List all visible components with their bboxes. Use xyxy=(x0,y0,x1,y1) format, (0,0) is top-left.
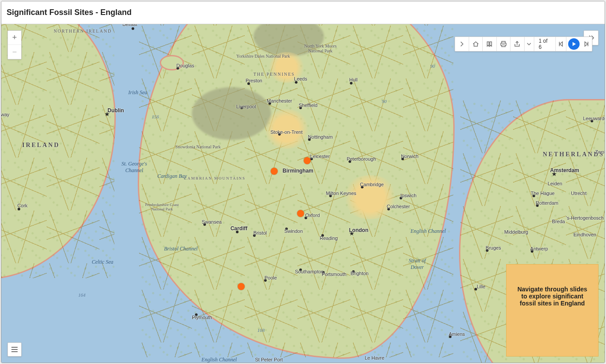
lbl-dublin: Dublin xyxy=(107,107,124,114)
lbl-nottingham: Nottingham xyxy=(308,134,333,140)
label-dover: Strait of Dover xyxy=(406,257,428,271)
fossil-marker-oxford[interactable] xyxy=(297,210,304,217)
lbl-amiens: Amiens xyxy=(449,331,465,337)
lbl-birmingham: Birmingham xyxy=(283,168,313,174)
fossil-marker-leicester[interactable] xyxy=(304,157,311,164)
lbl-stoke: Stoke-on-Trent xyxy=(271,129,303,135)
lbl-plymouth: Plymouth xyxy=(192,315,212,320)
header-bar: Significant Fossil Sites - England xyxy=(1,1,605,24)
lbl-reading: Reading xyxy=(320,235,338,241)
land-britain xyxy=(138,24,455,359)
first-slide-button[interactable] xyxy=(556,37,566,51)
label-yorkshire: Yorkshire Dales National Park xyxy=(236,54,290,59)
play-button-wrap xyxy=(566,37,581,51)
lbl-cardiff: Cardiff xyxy=(231,225,248,232)
depth-90b: 90 xyxy=(382,99,387,104)
last-slide-button[interactable] xyxy=(581,37,592,51)
label-pembroke: Pembrokeshire Coast National Park xyxy=(144,202,180,211)
lbl-eindhoven: Eindhoven xyxy=(573,232,596,237)
toolbar-container: 1 of 6 xyxy=(584,30,599,45)
skip-back-icon xyxy=(557,40,564,48)
lbl-bruges: Bruges xyxy=(486,245,501,250)
legend-button[interactable] xyxy=(7,342,22,357)
lbl-breda: Breda xyxy=(552,219,565,224)
lbl-leicester: Leicester xyxy=(310,154,330,159)
slide-toolbar: 1 of 6 xyxy=(455,37,592,51)
label-st-george: St. George's Channel xyxy=(119,161,150,174)
label-english-channel2: English Channel xyxy=(411,228,446,235)
chevron-down-icon xyxy=(525,40,533,48)
more-button[interactable] xyxy=(525,37,534,51)
lbl-hague: The Hague xyxy=(531,191,555,196)
toolbar-expand-button[interactable] xyxy=(455,37,469,51)
print-icon xyxy=(500,40,507,48)
lbl-milton: Milton Keynes xyxy=(326,191,356,196)
lbl-bristol: Bristol xyxy=(253,230,267,235)
label-bristol-ch: Bristol Channel xyxy=(164,246,198,252)
lbl-belfast: Belfast xyxy=(122,24,137,27)
lbl-liverpool: Liverpool xyxy=(236,104,256,109)
home-icon xyxy=(472,40,479,48)
print-button[interactable] xyxy=(497,37,511,51)
app-frame: Significant Fossil Sites - England IRELA… xyxy=(1,1,605,363)
lbl-leeuwarden: Leeuwarden xyxy=(583,116,605,121)
bookmarks-button[interactable] xyxy=(483,37,497,51)
label-snowdonia: Snowdonia National Park xyxy=(176,144,221,149)
map-viewport[interactable]: IRELAND NORTHERN IRELAND NETHERLANDS THE… xyxy=(1,24,605,363)
info-note-text: Navigate through slides to explore signi… xyxy=(514,286,590,307)
label-ireland: IRELAND xyxy=(22,142,60,149)
lbl-southampton: Southampton xyxy=(295,269,323,274)
label-n-ireland: NORTHERN IRELAND xyxy=(54,29,112,33)
lbl-swindon: Swindon xyxy=(284,228,303,234)
dot-belfast xyxy=(132,27,134,30)
zoom-out-button[interactable]: − xyxy=(8,45,21,59)
label-celtic-sea: Celtic Sea xyxy=(92,259,114,265)
page-title: Significant Fossil Sites - England xyxy=(7,8,132,17)
lbl-oxford: Oxford xyxy=(305,213,320,218)
share-icon xyxy=(514,40,521,48)
lbl-douglas: Douglas xyxy=(176,63,194,68)
lbl-lehavre: Le Havre xyxy=(365,355,385,360)
depth-90a: 90 xyxy=(430,63,435,69)
fossil-marker-jurassic-coast[interactable] xyxy=(238,283,245,290)
lbl-hull: Hull xyxy=(349,77,358,82)
lbl-lille: Lille xyxy=(477,284,485,289)
hamburger-icon xyxy=(11,347,18,352)
play-button[interactable] xyxy=(568,38,580,50)
info-note: Navigate through slides to explore signi… xyxy=(506,264,599,357)
lbl-middelburg: Middelburg xyxy=(504,229,528,235)
lbl-peterborough: Peterborough xyxy=(347,156,376,162)
lbl-london: London xyxy=(349,227,368,233)
share-button[interactable] xyxy=(511,37,525,51)
lbl-rotterdam: Rotterdam xyxy=(536,200,558,206)
lbl-sheffield: Sheffield xyxy=(299,103,318,108)
chevron-right-icon xyxy=(458,40,465,48)
lbl-stpeter: St Peter Port xyxy=(255,357,283,362)
lbl-leiden: Leiden xyxy=(547,181,562,186)
depth-164: 164 xyxy=(78,292,86,298)
lbl-preston: Preston xyxy=(246,78,262,83)
lbl-swansea: Swansea xyxy=(202,219,221,224)
lbl-norwich: Norwich xyxy=(401,154,419,159)
lbl-ipswich: Ipswich xyxy=(400,193,417,198)
lbl-amsterdam: Amsterdam xyxy=(550,167,579,173)
label-irish-sea: Irish Sea xyxy=(129,89,147,96)
lbl-brighton: Brighton xyxy=(351,271,369,276)
fossil-marker-birmingham[interactable] xyxy=(271,168,278,175)
zoom-control: + − xyxy=(7,30,22,59)
play-icon xyxy=(571,41,577,47)
home-button[interactable] xyxy=(469,37,483,51)
label-nymoors: North York Moors National Park xyxy=(303,44,338,53)
lbl-leeds: Leeds xyxy=(294,76,307,81)
label-cambrian: CAMBRIAN MOUNTAINS xyxy=(184,176,246,180)
land-ireland xyxy=(1,24,116,279)
lbl-manchester: Manchester xyxy=(267,98,292,103)
lbl-cambridge: Cambridge xyxy=(360,182,384,187)
zoom-in-button[interactable]: + xyxy=(8,31,21,45)
depth-168: 168 xyxy=(257,327,265,333)
lbl-antwerp: Antwerp xyxy=(530,246,548,251)
lbl-poole: Poole xyxy=(264,275,277,280)
label-english-channel: English Channel xyxy=(202,357,237,363)
lbl-utrecht: Utrecht xyxy=(571,191,586,196)
lbl-portsmouth: Portsmouth xyxy=(322,272,346,277)
